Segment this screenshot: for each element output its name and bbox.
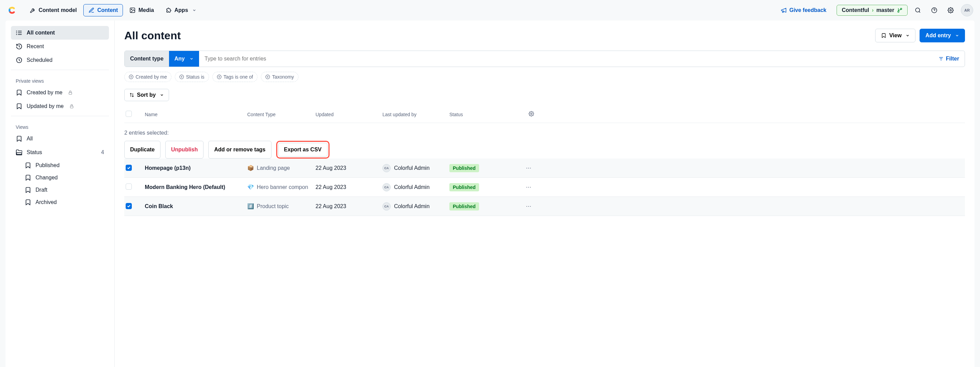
status-count: 4 bbox=[101, 149, 104, 155]
private-views-label: Private views bbox=[11, 73, 109, 86]
plus-circle-icon bbox=[179, 75, 184, 79]
give-feedback-link[interactable]: Give feedback bbox=[776, 5, 832, 16]
add-entry-button[interactable]: Add entry bbox=[920, 29, 965, 42]
sidebar-scheduled[interactable]: Scheduled bbox=[11, 53, 109, 67]
user-avatar-icon: CA bbox=[382, 183, 391, 191]
table-row[interactable]: Homepage (p13n) 📦Landing page 22 Aug 202… bbox=[124, 158, 965, 178]
nav-label: Apps bbox=[175, 7, 188, 13]
table-row[interactable]: Coin Black #️⃣Product topic 22 Aug 2023 … bbox=[124, 197, 965, 216]
user-avatar[interactable]: AR bbox=[961, 4, 973, 16]
chip-status-is[interactable]: Status is bbox=[175, 72, 209, 82]
nav-content-model[interactable]: Content model bbox=[25, 4, 82, 16]
user-avatar-icon: CA bbox=[382, 202, 391, 211]
sidebar-all[interactable]: All bbox=[11, 132, 109, 145]
chip-taxonomy[interactable]: Taxonomy bbox=[261, 72, 298, 82]
row-actions-button[interactable]: ⋯ bbox=[523, 182, 534, 192]
feedback-label: Give feedback bbox=[789, 7, 827, 13]
sort-by-button[interactable]: Sort by bbox=[124, 89, 169, 101]
row-actions-button[interactable]: ⋯ bbox=[523, 163, 534, 172]
filter-icon bbox=[938, 56, 944, 62]
chip-created-by-me[interactable]: Created by me bbox=[124, 72, 172, 82]
svg-rect-12 bbox=[69, 92, 72, 94]
row-updated: 22 Aug 2023 bbox=[315, 203, 382, 209]
bookmark-icon bbox=[881, 33, 886, 38]
sidebar-created-by-me[interactable]: Created by me bbox=[11, 86, 109, 99]
nav-media[interactable]: Media bbox=[124, 4, 159, 16]
table-row[interactable]: Modern Banking Hero (Default) 💎Hero bann… bbox=[124, 178, 965, 197]
row-name: Coin Black bbox=[145, 203, 247, 209]
type-icon: 📦 bbox=[247, 165, 254, 171]
search-button[interactable] bbox=[912, 4, 924, 16]
lock-icon bbox=[69, 104, 74, 109]
sidebar-item-label: All content bbox=[27, 30, 55, 36]
environment-selector[interactable]: Contentful › master bbox=[837, 5, 908, 16]
sidebar-archived[interactable]: Archived bbox=[11, 196, 109, 209]
column-settings-button[interactable] bbox=[528, 111, 534, 118]
chevron-down-icon bbox=[192, 8, 196, 12]
page-title: All content bbox=[124, 29, 181, 42]
nav-apps[interactable]: Apps bbox=[161, 4, 202, 16]
svg-point-4 bbox=[950, 10, 952, 11]
puzzle-icon bbox=[165, 7, 172, 13]
sidebar-status[interactable]: Status 4 bbox=[11, 145, 109, 159]
select-all-checkbox[interactable] bbox=[126, 111, 132, 117]
view-button[interactable]: View bbox=[875, 29, 915, 42]
content-type-label: Content type bbox=[125, 51, 169, 67]
export-csv-highlight: Export as CSV bbox=[276, 141, 329, 158]
chevron-down-icon bbox=[905, 34, 910, 38]
row-content-type: 💎Hero banner compon bbox=[247, 184, 315, 190]
sidebar-item-label: Draft bbox=[35, 187, 48, 193]
list-icon bbox=[16, 29, 22, 36]
nav-content[interactable]: Content bbox=[83, 4, 123, 16]
sidebar-item-label: Status bbox=[27, 149, 42, 155]
row-checkbox[interactable] bbox=[126, 184, 132, 190]
sidebar-item-label: Recent bbox=[27, 43, 44, 49]
bookmark-icon bbox=[16, 135, 22, 142]
col-updated[interactable]: Updated bbox=[315, 112, 382, 117]
col-last-updated-by[interactable]: Last updated by bbox=[382, 112, 449, 117]
space-name: Contentful bbox=[842, 7, 869, 13]
search-icon bbox=[915, 7, 921, 13]
row-name: Modern Banking Hero (Default) bbox=[145, 184, 247, 190]
export-csv-button[interactable]: Export as CSV bbox=[278, 143, 328, 156]
sidebar-updated-by-me[interactable]: Updated by me bbox=[11, 99, 109, 113]
col-name[interactable]: Name bbox=[145, 112, 247, 117]
sidebar-changed[interactable]: Changed bbox=[11, 172, 109, 184]
sidebar-published[interactable]: Published bbox=[11, 159, 109, 172]
row-user: CAColorful Admin bbox=[382, 164, 449, 172]
add-remove-tags-button[interactable]: Add or remove tags bbox=[208, 141, 271, 158]
sort-icon bbox=[129, 93, 134, 97]
sidebar-all-content[interactable]: All content bbox=[11, 26, 109, 40]
sidebar: All content Recent Scheduled Private vie… bbox=[5, 21, 115, 367]
nav-label: Media bbox=[138, 7, 154, 13]
chevron-down-icon bbox=[160, 93, 164, 97]
unpublish-button[interactable]: Unpublish bbox=[165, 141, 204, 158]
sidebar-item-label: Scheduled bbox=[27, 57, 52, 63]
row-actions-button[interactable]: ⋯ bbox=[523, 202, 534, 211]
image-icon bbox=[129, 7, 135, 13]
content-type-value[interactable]: Any bbox=[169, 51, 199, 67]
selection-count: 2 entries selected: bbox=[124, 130, 965, 136]
branch-icon bbox=[897, 8, 902, 13]
sidebar-draft[interactable]: Draft bbox=[11, 184, 109, 196]
filter-bar: Content type Any Filter bbox=[124, 51, 965, 67]
duplicate-button[interactable]: Duplicate bbox=[124, 141, 161, 158]
row-checkbox[interactable] bbox=[126, 165, 132, 171]
col-content-type[interactable]: Content Type bbox=[247, 112, 315, 117]
gear-icon bbox=[948, 7, 954, 13]
col-status[interactable]: Status bbox=[449, 112, 518, 117]
filter-button[interactable]: Filter bbox=[933, 56, 965, 62]
help-button[interactable] bbox=[928, 4, 940, 16]
sidebar-recent[interactable]: Recent bbox=[11, 40, 109, 53]
logo[interactable] bbox=[7, 5, 16, 15]
search-input[interactable] bbox=[199, 51, 933, 67]
sidebar-item-label: Updated by me bbox=[27, 103, 64, 109]
settings-button[interactable] bbox=[945, 4, 957, 16]
status-badge: Published bbox=[449, 164, 479, 172]
help-icon bbox=[931, 7, 937, 13]
chip-tags[interactable]: Tags is one of bbox=[212, 72, 258, 82]
row-content-type: 📦Landing page bbox=[247, 165, 315, 171]
row-checkbox[interactable] bbox=[126, 203, 132, 209]
views-label: Views bbox=[11, 119, 109, 132]
type-icon: 💎 bbox=[247, 184, 254, 190]
